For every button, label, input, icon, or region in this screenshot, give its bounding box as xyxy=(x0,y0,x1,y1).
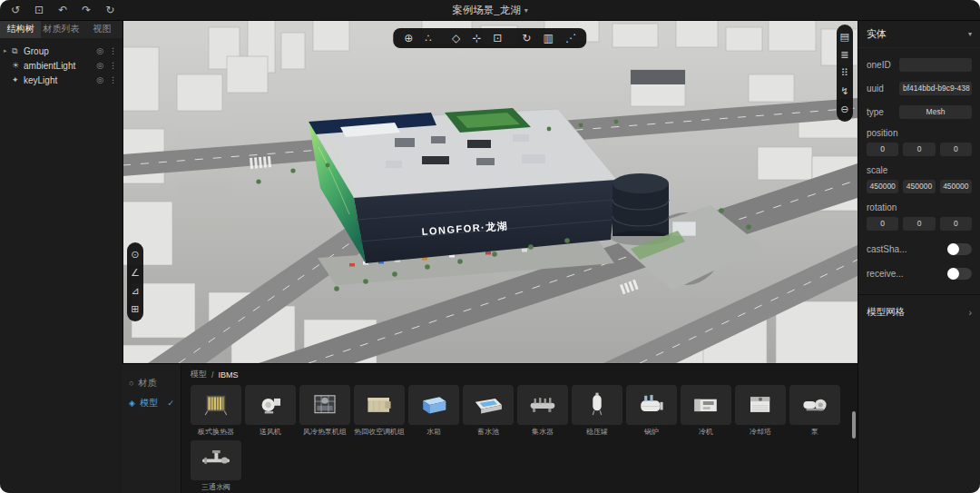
left-panel-tabs: 结构树材质列表视图 xyxy=(0,20,122,38)
kebab-menu-icon[interactable]: ⋮ xyxy=(109,46,117,55)
visibility-eye-icon[interactable]: ◎ xyxy=(96,46,103,55)
node-label: ambientLight xyxy=(24,61,96,71)
kebab-menu-icon[interactable]: ⋮ xyxy=(109,61,117,70)
vector-y-input[interactable]: 0 xyxy=(903,217,935,231)
measure-icon[interactable]: ⋰ xyxy=(565,33,576,44)
model-card[interactable]: 三通水阀 xyxy=(191,440,241,492)
breadcrumb-separator: / xyxy=(211,370,214,380)
flash-icon[interactable]: ↯ xyxy=(840,86,848,96)
grid-icon[interactable]: ⠿ xyxy=(841,68,848,78)
category-label: 材质 xyxy=(138,377,156,389)
breadcrumb-current: IBMS xyxy=(219,370,239,380)
vector-y-input[interactable]: 450000 xyxy=(903,180,935,193)
vector-x-input[interactable]: 450000 xyxy=(867,180,898,193)
scene-title[interactable]: 案例场景_龙湖 ▾ xyxy=(452,0,527,20)
redo-icon[interactable]: ↷ xyxy=(82,5,91,15)
fullscreen-icon[interactable]: ⊞ xyxy=(131,304,139,314)
vector-x-input[interactable]: 0 xyxy=(867,143,898,156)
measure-angle-icon[interactable]: ∠ xyxy=(131,268,140,278)
ahu-thumb xyxy=(354,385,405,425)
tab-structure-tree[interactable]: 结构树 xyxy=(0,20,41,38)
tab-material-list[interactable]: 材质列表 xyxy=(41,20,82,38)
model-card[interactable]: 板式换热器 xyxy=(191,385,241,437)
chevron-down-icon: ▾ xyxy=(524,6,528,15)
manifold-thumb xyxy=(517,385,568,425)
check-icon: ✓ xyxy=(167,399,174,408)
vector-z-input[interactable]: 0 xyxy=(940,217,972,231)
viewport-3d-scene[interactable]: LONGFOR·龙湖 xyxy=(122,20,858,363)
vector-z-input[interactable]: 0 xyxy=(940,143,972,156)
model-card-label: 稳压罐 xyxy=(572,427,622,437)
visibility-eye-icon[interactable]: ◎ xyxy=(96,61,103,70)
settings-icon[interactable]: ⊙ xyxy=(131,250,139,260)
measure-area-icon[interactable]: ⊿ xyxy=(131,286,139,296)
scene-tree-panel: 结构树材质列表视图 ▸ ⧉ Group ◎ ⋮ ☀ ambientLight ◎… xyxy=(0,20,123,493)
undo-icon[interactable]: ↶ xyxy=(58,5,67,15)
tab-view[interactable]: 视图 xyxy=(82,20,122,38)
model-card[interactable]: 稳压罐 xyxy=(572,385,622,437)
viewport-left-toolbar: ⊙∠⊿⊞ xyxy=(127,242,143,321)
model-card-label: 水箱 xyxy=(408,427,459,437)
boiler-thumb xyxy=(626,385,677,425)
vector-z-input[interactable]: 450000 xyxy=(940,180,972,193)
expand-caret-icon[interactable]: ▸ xyxy=(4,47,12,54)
scale-icon[interactable]: ⊡ xyxy=(493,33,502,44)
top-bar: ↺⊡↶↷↻ 案例场景_龙湖 ▾ xyxy=(0,0,980,21)
model-card[interactable]: 泵 xyxy=(789,385,840,437)
model-card[interactable]: 送风机 xyxy=(245,385,296,437)
kebab-menu-icon[interactable]: ⋮ xyxy=(109,75,117,84)
model-card[interactable]: 水箱 xyxy=(408,385,459,437)
asset-library-content: 模型 / IBMS 板式换热器 送风机 xyxy=(181,364,858,493)
app-window: ↺⊡↶↷↻ 案例场景_龙湖 ▾ 结构树材质列表视图 ▸ ⧉ Group ◎ ⋮ xyxy=(0,0,980,493)
entity-section-header[interactable]: 实体 ▾ xyxy=(858,20,980,48)
chiller-thumb xyxy=(681,385,731,425)
save-icon[interactable]: ⊡ xyxy=(34,5,44,15)
reset-icon[interactable]: ↺ xyxy=(11,5,20,15)
tree-item-group[interactable]: ▸ ⧉ Group ◎ ⋮ xyxy=(0,44,122,58)
field-input[interactable] xyxy=(899,58,972,72)
rotate-icon[interactable]: ↻ xyxy=(522,33,531,44)
type-input: type Mesh xyxy=(867,105,972,119)
visibility-eye-icon[interactable]: ◎ xyxy=(96,75,103,84)
page-title: 案例场景_龙湖 xyxy=(452,4,520,17)
layers-icon[interactable]: ≣ xyxy=(840,50,848,60)
model-card[interactable]: 蓄水池 xyxy=(463,385,514,437)
model-card[interactable]: 集水器 xyxy=(517,385,568,437)
model-card[interactable]: 热回收空调机组 xyxy=(354,385,405,437)
category-label: 模型 xyxy=(140,397,158,409)
model-mesh-label: 模型网格 xyxy=(867,306,905,319)
model-card[interactable]: 风冷热泵机组 xyxy=(299,385,350,437)
model-card[interactable]: 冷机 xyxy=(681,385,731,437)
field-input[interactable]: Mesh xyxy=(899,105,972,119)
light-icon[interactable]: ◇ xyxy=(452,33,460,44)
view-2d-icon[interactable]: ▤ xyxy=(840,32,849,42)
help-icon[interactable]: ⊖ xyxy=(840,104,848,114)
sidebar-item-model[interactable]: ◈ 模型 ✓ xyxy=(122,393,181,413)
model-mesh-section[interactable]: 模型网格 › xyxy=(858,294,980,330)
world-icon[interactable]: ⊕ xyxy=(404,33,413,44)
toggle-label: castSha... xyxy=(867,244,906,254)
translate-icon[interactable]: ⊹ xyxy=(472,33,481,44)
effects-icon[interactable]: ∴ xyxy=(425,33,432,44)
model-card[interactable]: 锅炉 xyxy=(626,385,677,437)
field-input[interactable]: bf414bbd-b9c9-438 xyxy=(899,82,972,95)
vector-x-input[interactable]: 0 xyxy=(867,217,898,231)
viewport-3d[interactable]: LONGFOR·龙湖 ⊕∴◇⊹⊡↻▥⋰ ▤≣⠿↯⊖ xyxy=(122,20,858,363)
toggle-switch[interactable] xyxy=(947,268,972,280)
node-label: keyLight xyxy=(24,75,96,85)
tree-item-key-light[interactable]: ✦ keyLight ◎ ⋮ xyxy=(0,73,122,87)
sidebar-item-material[interactable]: ○ 材质 ✓ xyxy=(122,373,181,393)
tree-item-ambient-light[interactable]: ☀ ambientLight ◎ ⋮ xyxy=(0,58,122,73)
three-way-valve-thumb xyxy=(191,440,241,480)
model-card-label: 送风机 xyxy=(245,427,296,437)
model-card[interactable]: 冷却塔 xyxy=(735,385,786,437)
vector-label: scale xyxy=(867,165,972,175)
breadcrumb-root[interactable]: 模型 xyxy=(191,369,207,380)
vector-label: rotation xyxy=(867,202,972,212)
scrollbar-thumb[interactable] xyxy=(852,411,856,439)
vector-y-input[interactable]: 0 xyxy=(903,143,935,156)
toggle-switch[interactable] xyxy=(947,243,972,255)
layout-icon[interactable]: ▥ xyxy=(543,33,553,44)
refresh-icon[interactable]: ↻ xyxy=(105,5,114,15)
field-label: type xyxy=(867,107,884,117)
